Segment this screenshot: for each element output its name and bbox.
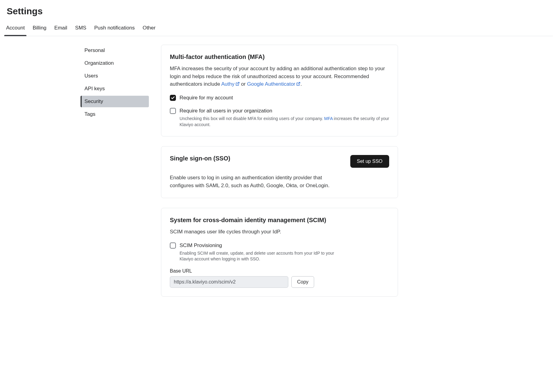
sso-description: Enable users to log in using an authenti… xyxy=(170,174,331,189)
mfa-org-sub-pre: Unchecking this box will not disable MFA… xyxy=(180,116,324,121)
mfa-require-org-label: Require for all users in your organizati… xyxy=(180,107,389,115)
scim-title: System for cross-domain identity managem… xyxy=(170,217,389,224)
tab-email[interactable]: Email xyxy=(54,24,67,36)
sso-card: Single sign-on (SSO) Set up SSO Enable u… xyxy=(161,146,398,198)
set-up-sso-button[interactable]: Set up SSO xyxy=(350,155,389,168)
sidebar-item-api-keys[interactable]: API keys xyxy=(81,83,149,95)
mfa-title: Multi-factor authentication (MFA) xyxy=(170,53,389,60)
mfa-description: MFA increases the security of your accou… xyxy=(170,65,389,88)
base-url-input[interactable] xyxy=(170,276,288,288)
mfa-require-org-subtext: Unchecking this box will not disable MFA… xyxy=(180,116,389,128)
tab-billing[interactable]: Billing xyxy=(33,24,46,36)
svg-line-1 xyxy=(298,82,300,84)
sidebar-item-personal[interactable]: Personal xyxy=(81,45,149,56)
mfa-card: Multi-factor authentication (MFA) MFA in… xyxy=(161,45,398,136)
sidebar: Personal Organization Users API keys Sec… xyxy=(81,45,149,306)
scim-provisioning-label: SCIM Provisioning xyxy=(180,242,338,249)
copy-button[interactable]: Copy xyxy=(291,276,314,288)
mfa-require-account-label: Require for my account xyxy=(180,94,233,101)
mfa-desc-end: . xyxy=(300,81,302,87)
tab-push-notifications[interactable]: Push notifications xyxy=(94,24,135,36)
scim-provisioning-checkbox[interactable] xyxy=(170,242,176,249)
authy-link-text: Authy xyxy=(221,81,234,87)
svg-line-0 xyxy=(237,82,239,84)
tab-other[interactable]: Other xyxy=(142,24,156,36)
sso-title: Single sign-on (SSO) xyxy=(170,155,230,162)
scim-description: SCIM manages user life cycles through yo… xyxy=(170,228,389,236)
mfa-desc-or: or xyxy=(240,81,247,87)
tab-bar: Account Billing Email SMS Push notificat… xyxy=(6,24,553,36)
scim-card: System for cross-domain identity managem… xyxy=(161,208,398,296)
authy-link[interactable]: Authy xyxy=(221,81,239,87)
tab-sms[interactable]: SMS xyxy=(75,24,86,36)
google-authenticator-link[interactable]: Google Authenticator xyxy=(247,81,300,87)
sidebar-item-tags[interactable]: Tags xyxy=(81,108,149,120)
base-url-label: Base URL xyxy=(170,268,389,274)
mfa-info-link[interactable]: MFA xyxy=(324,116,333,121)
scim-provisioning-subtext: Enabling SCIM will create, update, and d… xyxy=(180,250,338,262)
external-link-icon xyxy=(296,81,300,85)
mfa-require-org-row: Require for all users in your organizati… xyxy=(170,107,389,128)
external-link-icon xyxy=(235,81,240,85)
mfa-require-account-row: Require for my account xyxy=(170,94,389,101)
sidebar-item-users[interactable]: Users xyxy=(81,70,149,82)
google-authenticator-link-text: Google Authenticator xyxy=(247,81,295,87)
sidebar-item-organization[interactable]: Organization xyxy=(81,57,149,69)
mfa-require-org-checkbox[interactable] xyxy=(170,108,176,114)
scim-provisioning-row: SCIM Provisioning Enabling SCIM will cre… xyxy=(170,242,389,262)
mfa-require-account-checkbox[interactable] xyxy=(170,95,176,101)
tab-account[interactable]: Account xyxy=(6,24,25,36)
page-title: Settings xyxy=(7,6,553,16)
sidebar-item-security[interactable]: Security xyxy=(81,96,149,107)
